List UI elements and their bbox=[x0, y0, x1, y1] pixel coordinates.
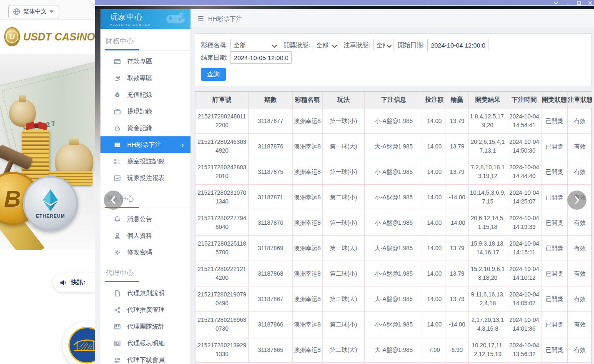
table-cell: 2024-10-04 14:01:36 bbox=[507, 312, 541, 337]
maximize-icon[interactable] bbox=[577, 1, 581, 5]
table-cell: 15,9,3,18,13,14,16,17 bbox=[469, 236, 507, 261]
table-cell: 已開獎 bbox=[541, 210, 568, 236]
table-cell: 第一球(大) bbox=[323, 236, 365, 261]
bet-status-select[interactable]: 全部 bbox=[373, 39, 394, 51]
table-cell: 大-A盤@1.985 bbox=[365, 134, 423, 159]
news-ticker: 快訊: bbox=[53, 273, 95, 292]
end-date-input[interactable] bbox=[230, 51, 292, 64]
table-cell: 澳洲幸运8 bbox=[293, 312, 323, 337]
site-background-panel: 繁体中文 U USDT CASINO KB4627 B bbox=[0, 0, 95, 364]
deposit-card-icon bbox=[114, 58, 121, 65]
lottery-name-select[interactable]: 全部 bbox=[230, 39, 279, 51]
sidebar-item-agent-rules[interactable]: 代理規則說明 bbox=[100, 285, 190, 301]
table-cell: 31187877 bbox=[249, 108, 293, 134]
table-cell: 31187866 bbox=[249, 312, 293, 337]
table-cell: 20,6,12,14,5,1,15,18 bbox=[469, 210, 507, 236]
table-cell: 第一球(大) bbox=[323, 134, 365, 159]
sidebar-item-recharge-records[interactable]: 充值記錄 bbox=[100, 86, 190, 103]
window-controls bbox=[554, 0, 592, 5]
table-cell: 2024-10-04 14:44:40 bbox=[507, 159, 541, 185]
table-row: 215217280248811220031187877澳洲幸运8第一球(小)小-… bbox=[195, 108, 592, 134]
withdraw-hand-icon bbox=[114, 75, 121, 82]
filter-row: 彩種名稱:全部開獎狀態:全部注單狀態:全部開始日期:結束日期: bbox=[201, 39, 586, 64]
table-row: 215217280242803201031187875澳洲幸运8第一球(小)小-… bbox=[195, 159, 592, 185]
sidebar-item-room-bet-records[interactable]: 廳室投註記錄 bbox=[100, 153, 190, 170]
table-cell: 2152172802277948040 bbox=[195, 210, 249, 236]
bridge-logo-icon bbox=[68, 327, 95, 364]
table-cell: 小-A盤@1.985 bbox=[365, 185, 423, 210]
table-cell: 已開獎 bbox=[541, 236, 568, 261]
filter-label: 彩種名稱: bbox=[201, 41, 228, 49]
sidebar-item-label: 代理推廣管理 bbox=[127, 306, 165, 314]
draw-status-select[interactable]: 全部 bbox=[313, 39, 339, 51]
share-icon bbox=[114, 306, 121, 314]
scroll-left-button[interactable] bbox=[104, 191, 123, 210]
sidebar-item-agent-team-stats[interactable]: 代理團隊統計 bbox=[100, 318, 190, 335]
table-cell: 澳洲幸运8 bbox=[293, 261, 323, 286]
sidebar-item-hh-lottery-bets[interactable]: HH彩票下注 › bbox=[100, 136, 190, 153]
hamburger-menu-icon[interactable]: ☰ bbox=[198, 15, 204, 23]
summary-label: 當前頁統計 bbox=[195, 363, 423, 364]
bet-status-select[interactable]: 全部 bbox=[373, 39, 394, 51]
users-icon bbox=[114, 356, 121, 364]
draw-status-select[interactable]: 全部 bbox=[313, 39, 339, 51]
column-header: 注單狀態 bbox=[568, 92, 592, 108]
sidebar-item-agent-promotion[interactable]: 代理推廣管理 bbox=[100, 301, 190, 318]
table-cell: 已開獎 bbox=[541, 337, 568, 363]
sidebar-item-agent-report-detail[interactable]: 代理報表明細 bbox=[100, 335, 190, 351]
ethereum-label: ETHEREUM bbox=[36, 213, 65, 218]
filter-label: 開始日期: bbox=[398, 41, 425, 49]
table-cell: 有效 bbox=[568, 108, 592, 134]
table-cell: 小-A盤@1.985 bbox=[365, 159, 423, 185]
page-title: HH彩票下注 bbox=[208, 15, 242, 23]
sidebar-item-change-password[interactable]: 修改密碼 bbox=[100, 244, 190, 261]
start-date-input[interactable] bbox=[427, 39, 489, 51]
table-cell: 2152172802251185700 bbox=[195, 236, 249, 261]
sidebar-item-profile[interactable]: 個人資料 bbox=[100, 227, 190, 244]
column-header: 期數 bbox=[249, 92, 293, 108]
sidebar-item-deposit-zone[interactable]: 存款專區 bbox=[100, 53, 190, 70]
table-cell: 31187876 bbox=[249, 134, 293, 159]
filter-panel: 彩種名稱:全部開獎狀態:全部注單狀態:全部開始日期:結束日期: 查詢 bbox=[195, 33, 591, 86]
search-button[interactable]: 查詢 bbox=[201, 68, 226, 81]
table-cell: 31187867 bbox=[249, 286, 293, 312]
sidebar-item-withdraw-zone[interactable]: 取款專區 bbox=[100, 70, 190, 86]
filter-lottery-name: 彩種名稱:全部 bbox=[201, 39, 279, 51]
table-cell: 小-A盤@1.985 bbox=[365, 210, 423, 236]
lottery-name-select[interactable]: 全部 bbox=[230, 39, 279, 51]
table-cell: 31187870 bbox=[249, 210, 293, 236]
sidebar-item-label: 充值記錄 bbox=[127, 91, 152, 99]
table-cell: 澳洲幸运8 bbox=[293, 134, 323, 159]
table-cell: 2024-10-04 14:19:39 bbox=[507, 210, 541, 236]
table-cell: 10,14,5,3,6,9,7,15 bbox=[469, 185, 507, 210]
scroll-right-button[interactable] bbox=[567, 191, 586, 210]
minimize-icon[interactable] bbox=[565, 1, 570, 5]
notifications-chevron-icon[interactable] bbox=[554, 1, 558, 5]
sidebar-item-label: 存款專區 bbox=[127, 58, 152, 65]
filter-end-date: 結束日期: bbox=[201, 51, 292, 64]
table-cell: 2152172802463034920 bbox=[195, 134, 249, 159]
table-cell: 2152172802310701340 bbox=[195, 185, 249, 210]
summary-win-total: 47.64 bbox=[446, 363, 469, 364]
sidebar-item-funds-records[interactable]: 資金記錄 bbox=[100, 120, 190, 136]
sidebar-item-agent-sub-members[interactable]: 代理下級會員 bbox=[100, 351, 190, 364]
sidebar-item-label: 玩家投注報表 bbox=[127, 174, 165, 182]
table-cell: 14.00 bbox=[423, 286, 446, 312]
sidebar-item-withdrawal-records[interactable]: 提現記錄 bbox=[100, 103, 190, 120]
table-cell: 31187868 bbox=[249, 261, 293, 286]
sidebar-section-title: 代理中心 bbox=[100, 265, 190, 282]
sidebar-item-player-bet-report[interactable]: 玩家投注報表 bbox=[100, 170, 190, 186]
team-logo bbox=[63, 321, 95, 364]
language-selector[interactable]: 繁体中文 bbox=[8, 5, 58, 18]
table-row: 215217280219079049031187867澳洲幸运8第二球(大)大-… bbox=[195, 286, 592, 312]
sidebar-item-label: HH彩票下注 bbox=[127, 141, 161, 149]
table-cell: 31187865 bbox=[249, 337, 293, 363]
red-bow-graphic bbox=[26, 121, 47, 132]
table-cell: 第一球(小) bbox=[323, 210, 365, 236]
table-cell: 澳洲幸运8 bbox=[293, 236, 323, 261]
table-cell: 14.00 bbox=[423, 108, 446, 134]
document-icon bbox=[114, 290, 121, 297]
close-icon[interactable] bbox=[588, 1, 592, 5]
table-cell: -14.00 bbox=[446, 312, 469, 337]
sidebar-item-announcements[interactable]: 消息公告 bbox=[100, 211, 190, 227]
